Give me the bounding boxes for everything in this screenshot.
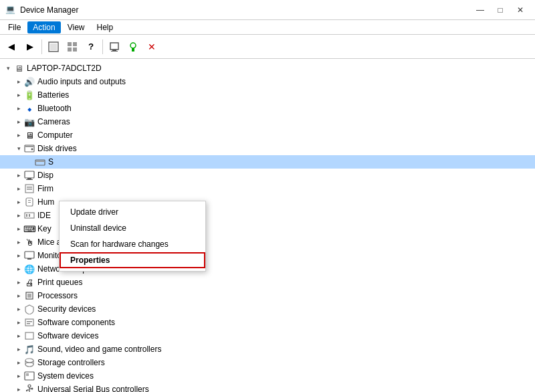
print-label: Print queues	[37, 278, 82, 287]
keyboard-label: Key	[37, 224, 51, 233]
svg-rect-12	[25, 146, 33, 147]
audio-arrow: ▸	[13, 76, 24, 87]
menu-help[interactable]: Help	[92, 21, 119, 33]
display-label: Disp	[37, 171, 54, 180]
svg-point-47	[31, 388, 33, 390]
tree-software-components[interactable]: ▸ Software components	[0, 316, 535, 329]
storage-label: Storage controllers	[37, 358, 105, 367]
sound-icon: 🎵	[24, 344, 35, 355]
tree-print[interactable]: ▸ 🖨 Print queues	[0, 276, 535, 289]
computer-arrow: ▸	[13, 130, 24, 140]
menu-view[interactable]: View	[62, 21, 90, 33]
disk-drives-label: Disk drives	[37, 144, 77, 153]
svg-rect-6	[110, 43, 118, 50]
cameras-label: Cameras	[37, 117, 70, 126]
usb-arrow: ▸	[13, 384, 24, 392]
svg-point-36	[25, 359, 33, 363]
tree-bluetooth[interactable]: ▸ ⬥ Bluetooth	[0, 102, 535, 115]
context-uninstall-device[interactable]: Uninstall device	[60, 220, 205, 236]
tree-audio[interactable]: ▸ 🔊 Audio inputs and outputs	[0, 75, 535, 88]
tree-system[interactable]: ▸ System devices	[0, 369, 535, 383]
tree-cameras[interactable]: ▸ 📷 Cameras	[0, 115, 535, 128]
tree-root[interactable]: ▾ 🖥 LAPTOP-7ADCLT2D	[0, 62, 535, 75]
svg-rect-33	[27, 321, 32, 322]
software-components-label: Software components	[37, 318, 115, 327]
tree-storage[interactable]: ▸ Storage controllers	[0, 356, 535, 369]
svg-rect-35	[25, 332, 33, 339]
context-update-driver[interactable]: Update driver	[60, 204, 205, 220]
tree-computer[interactable]: ▸ 🖥 Computer	[0, 128, 535, 142]
monitors-icon	[24, 250, 35, 261]
tree-usb[interactable]: ▸ Universal Serial Bus controllers	[0, 383, 535, 392]
context-scan-hardware[interactable]: Scan for hardware changes	[60, 236, 205, 252]
svg-rect-8	[111, 51, 118, 52]
mice-arrow: ▸	[13, 237, 24, 248]
close-button[interactable]: ✕	[511, 3, 530, 17]
svg-rect-31	[27, 294, 31, 298]
toolbar-back[interactable]: ◀	[3, 38, 20, 56]
toolbar-separator-1	[41, 39, 42, 54]
ide-label: IDE	[37, 211, 51, 220]
minimize-button[interactable]: —	[471, 3, 490, 17]
toolbar-delete[interactable]: ✕	[143, 38, 160, 56]
mice-icon: 🖱	[24, 237, 35, 248]
menu-action[interactable]: Action	[27, 21, 60, 33]
tree-batteries[interactable]: ▸ 🔋 Batteries	[0, 88, 535, 102]
root-label: LAPTOP-7ADCLT2D	[27, 64, 102, 73]
print-arrow: ▸	[13, 277, 24, 288]
main-area: ▾ 🖥 LAPTOP-7ADCLT2D ▸ 🔊 Audio inputs and…	[0, 59, 535, 392]
toolbar-btn-2[interactable]	[64, 38, 81, 56]
svg-rect-24	[28, 202, 31, 203]
tree-processors[interactable]: ▸ Processors	[0, 289, 535, 302]
toolbar: ◀ ▶ ? ✕	[0, 35, 535, 59]
computer-label: Computer	[37, 130, 73, 140]
usb-icon	[24, 384, 35, 392]
toolbar-separator-2	[102, 39, 103, 54]
print-icon: 🖨	[24, 277, 35, 288]
tree-software-devices[interactable]: ▸ Software devices	[0, 329, 535, 342]
tree-disk-s[interactable]: S	[0, 155, 535, 169]
ide-icon	[24, 210, 35, 221]
toolbar-btn-4[interactable]	[124, 38, 142, 56]
toolbar-forward[interactable]: ▶	[21, 38, 39, 56]
svg-rect-10	[132, 48, 134, 52]
menu-bar: File Action View Help	[0, 20, 535, 35]
storage-icon	[24, 357, 35, 368]
menu-file[interactable]: File	[3, 21, 26, 33]
monitors-arrow: ▸	[13, 250, 24, 261]
software-components-icon	[24, 317, 35, 328]
title-bar: 💻 Device Manager — □ ✕	[0, 0, 535, 20]
maximize-button[interactable]: □	[491, 3, 510, 17]
disk-s-icon	[35, 157, 45, 167]
svg-rect-32	[25, 319, 33, 326]
title-bar-left: 💻 Device Manager	[5, 5, 78, 15]
sound-arrow: ▸	[13, 344, 24, 355]
security-arrow: ▸	[13, 304, 24, 314]
tree-firmware[interactable]: ▸ Firm	[0, 182, 535, 195]
toolbar-help[interactable]: ?	[82, 38, 100, 56]
title-bar-title: Device Manager	[20, 5, 78, 15]
toolbar-btn-3[interactable]	[106, 38, 123, 56]
svg-rect-18	[26, 179, 33, 180]
security-icon	[24, 304, 35, 314]
tree-sound[interactable]: ▸ 🎵 Sound, video and game controllers	[0, 342, 535, 356]
svg-rect-15	[36, 161, 44, 162]
tree-display[interactable]: ▸ Disp	[0, 169, 535, 182]
disk-s-label: S	[48, 157, 54, 167]
system-label: System devices	[37, 371, 94, 381]
disk-s-arrow	[24, 157, 35, 167]
hid-arrow: ▸	[13, 197, 24, 207]
disk-drives-icon	[24, 143, 35, 154]
sound-label: Sound, video and game controllers	[37, 345, 161, 354]
svg-rect-29	[27, 258, 31, 260]
disk-drives-arrow: ▾	[13, 143, 24, 154]
svg-rect-5	[73, 47, 77, 52]
title-bar-controls: — □ ✕	[471, 3, 530, 17]
toolbar-btn-1[interactable]	[45, 38, 62, 56]
svg-rect-7	[112, 50, 116, 51]
tree-security[interactable]: ▸ Security devices	[0, 302, 535, 316]
svg-rect-2	[68, 42, 72, 46]
context-properties[interactable]: Properties	[60, 252, 205, 268]
system-icon	[24, 371, 35, 381]
tree-disk-drives[interactable]: ▾ Disk drives	[0, 142, 535, 155]
